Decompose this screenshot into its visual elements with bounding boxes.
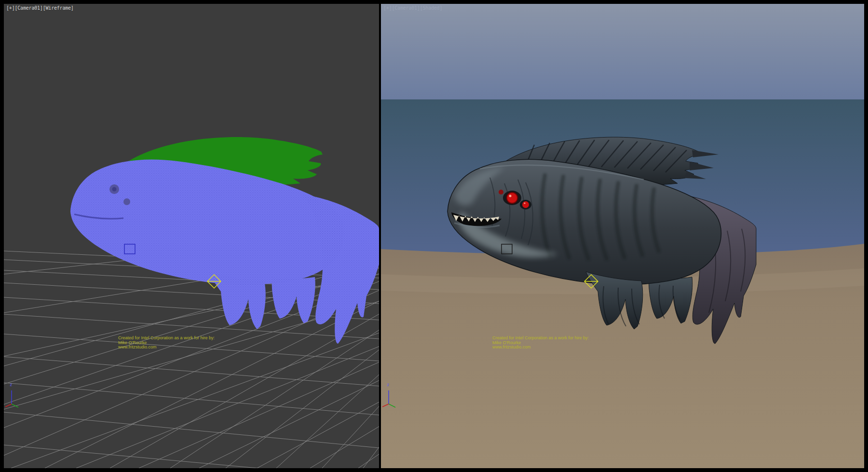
dual-viewport-stage: [+][Camera01][Wireframe] Created for Int… <box>0 0 868 472</box>
eye-third <box>499 190 503 194</box>
attribution-text: Created for Intel Corporation as a work … <box>492 336 589 350</box>
eye-highlight <box>509 195 512 197</box>
viewport-label-shaded[interactable]: [+][Camera01][Shaded] <box>383 5 442 11</box>
eye-pupil <box>112 187 117 192</box>
viewport-wireframe[interactable]: [+][Camera01][Wireframe] Created for Int… <box>4 4 379 468</box>
shaded-viewport-canvas[interactable] <box>381 4 864 468</box>
eye-highlight-small <box>524 202 525 204</box>
viewport-shaded[interactable]: [+][Camera01][Shaded] Created for Intel … <box>381 4 864 468</box>
attribution-line3: www.fritzstudio.com <box>118 345 215 350</box>
axis-z-label: z <box>387 382 389 387</box>
wireframe-viewport-canvas[interactable] <box>4 4 379 468</box>
eye-second <box>522 201 529 208</box>
attribution-line3: www.fritzstudio.com <box>492 345 589 350</box>
eye-spot-small <box>123 198 130 205</box>
attribution-text: Created for Intel Corporation as a work … <box>118 336 215 350</box>
axis-z-label: z <box>10 382 12 387</box>
sky <box>381 4 864 100</box>
viewport-label-wireframe[interactable]: [+][Camera01][Wireframe] <box>6 5 74 11</box>
